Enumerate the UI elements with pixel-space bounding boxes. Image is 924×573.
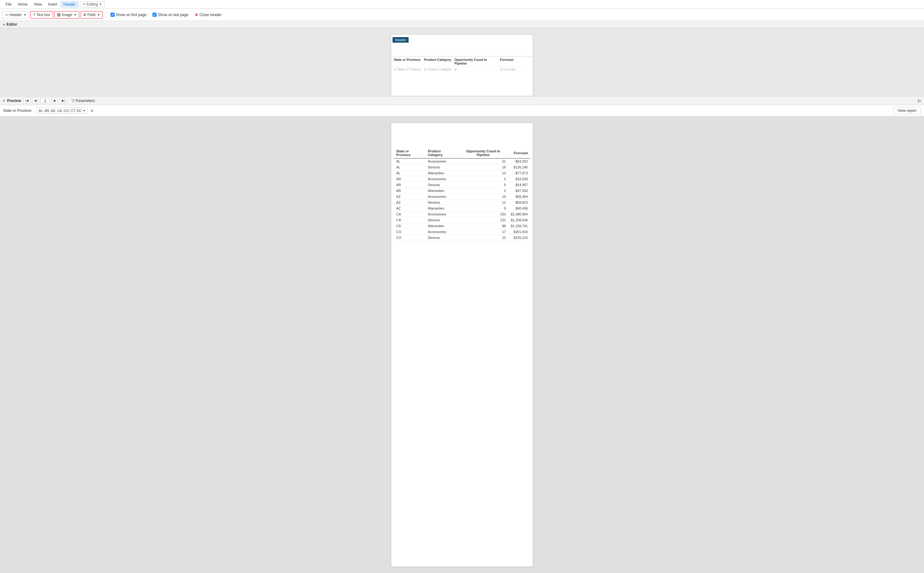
editing-chevron-icon: ▼ xyxy=(99,3,102,6)
cell-forecast: $16,030 xyxy=(508,176,530,182)
field-button[interactable]: ⊞ Field ▼ xyxy=(81,11,103,19)
pencil-icon: ✏ xyxy=(83,2,86,6)
preview-collapse-icon[interactable]: ▾ xyxy=(3,99,5,102)
toolbar-divider xyxy=(105,11,106,19)
cell-state: AZ xyxy=(394,200,425,205)
cell-count: 12 xyxy=(458,235,508,241)
cell-state: AL xyxy=(394,158,425,164)
cell-count: 13 xyxy=(458,170,508,176)
cell-state: AR xyxy=(394,176,425,182)
image-icon: 🖼 xyxy=(57,13,61,17)
cell-state: AZ xyxy=(394,205,425,211)
cell-category: Devices xyxy=(425,235,458,241)
table-wrapper: State or Province Product Category Oppor… xyxy=(391,148,533,241)
header-btn-label: Header xyxy=(9,13,22,17)
show-on-last-page-check[interactable]: Show on last page xyxy=(150,11,191,18)
cell-forecast: $63,342 xyxy=(508,158,530,164)
image-chevron-icon: ▼ xyxy=(74,13,76,16)
table-row: CA Devices 131 $1,258,634 xyxy=(394,217,530,223)
field-chevron-icon: ▼ xyxy=(97,13,100,16)
preview-page: State or Province Product Category Oppor… xyxy=(391,123,533,567)
report-columns-header: State or Province Product Category Oppor… xyxy=(391,56,533,66)
param-state-label: State or Province xyxy=(3,108,31,113)
image-btn-label: Image xyxy=(62,13,72,17)
table-row: AZ Accessories 15 $58,364 xyxy=(394,194,530,200)
parameters-button[interactable]: ▽ Parameters xyxy=(69,98,97,103)
header-chevron-icon: ▼ xyxy=(23,13,26,16)
cell-state: CA xyxy=(394,211,425,217)
cell-forecast: $37,550 xyxy=(508,188,530,194)
cell-category: Warranties xyxy=(425,223,458,229)
menu-insert[interactable]: Insert xyxy=(45,1,60,8)
cell-count: 2 xyxy=(458,176,508,182)
toolbar: ▭ Header ▼ T Text box 🖼 Image ▼ ⊞ Field … xyxy=(0,9,924,21)
table-row: AR Devices 5 $14,907 xyxy=(394,182,530,188)
show-last-label: Show on last page xyxy=(158,13,188,17)
col-opportunity: Opportunity Count In Pipeline xyxy=(454,58,499,65)
cell-forecast: $1,258,634 xyxy=(508,217,530,223)
menu-header[interactable]: Header xyxy=(60,1,78,8)
cell-forecast: $90,456 xyxy=(508,205,530,211)
preview-top-space xyxy=(391,123,533,148)
table-row: AZ Warranties 9 $90,456 xyxy=(394,205,530,211)
field-icon: ⊞ xyxy=(83,13,86,17)
preview-side-arrow-icon[interactable]: ▷ xyxy=(918,99,921,103)
cell-state: CA xyxy=(394,217,425,223)
nav-next-btn[interactable]: ▶ xyxy=(52,98,58,103)
close-header-button[interactable]: ✕ Close header xyxy=(192,11,224,19)
editor-collapse-icon[interactable]: ▾ xyxy=(3,23,5,26)
editor-area: Header State or Province Product Categor… xyxy=(0,28,924,96)
table-row: AL Accessories 21 $63,342 xyxy=(394,158,530,164)
col-forecast: Forecast xyxy=(500,58,530,65)
cell-count: 12 xyxy=(458,200,508,205)
image-button[interactable]: 🖼 Image ▼ xyxy=(55,11,80,19)
cell-forecast: $58,364 xyxy=(508,194,530,200)
col-product: Product Category xyxy=(424,58,454,65)
show-first-checkbox[interactable] xyxy=(111,13,115,17)
nav-last-btn[interactable]: ▶| xyxy=(60,98,67,103)
field-icon-state: ⊞ xyxy=(394,68,396,71)
nav-prev-btn[interactable]: ◀ xyxy=(33,98,38,103)
table-row: AZ Devices 12 $58,815 xyxy=(394,200,530,205)
nav-first-btn[interactable]: |◀ xyxy=(23,98,30,103)
menu-view[interactable]: View xyxy=(31,1,45,8)
cell-forecast: $155,123 xyxy=(508,235,530,241)
param-state-select[interactable]: AL, AR, AZ, CA, CO, CT, DC ▼ xyxy=(36,108,88,114)
cell-count: 5 xyxy=(458,182,508,188)
show-on-first-page-check[interactable]: Show on first page xyxy=(108,11,149,18)
cell-category: Accessories xyxy=(425,229,458,235)
report-header-area: Header xyxy=(391,34,533,56)
cell-category: Accessories xyxy=(425,176,458,182)
cell-state: AR xyxy=(394,182,425,188)
cell-count: 88 xyxy=(458,223,508,229)
report-data-row: ⊞ State or Province ⊞ Product Category ⊞… xyxy=(391,66,533,72)
report-body-area xyxy=(391,72,533,91)
view-report-button[interactable]: View report xyxy=(893,107,921,114)
table-row: CO Accessories 17 $201,016 xyxy=(394,229,530,235)
cell-count: 153 xyxy=(458,211,508,217)
textbox-button[interactable]: T Text box xyxy=(30,11,53,19)
cell-count: 131 xyxy=(458,217,508,223)
cell-forecast: $14,907 xyxy=(508,182,530,188)
menu-file[interactable]: File xyxy=(3,1,14,8)
cell-forecast: $58,815 xyxy=(508,200,530,205)
cell-forecast-label: Forecast xyxy=(503,68,515,71)
cell-count: 2 xyxy=(458,188,508,194)
data-cell-product: ⊞ Product Category xyxy=(424,68,454,71)
header-button[interactable]: ▭ Header ▼ xyxy=(3,11,29,19)
cell-state: CO xyxy=(394,229,425,235)
data-cell-forecast: ⊞ Forecast xyxy=(500,68,530,71)
cell-forecast: $77,673 xyxy=(508,170,530,176)
close-icon: ✕ xyxy=(195,13,198,17)
menu-bar: File Home View Insert Header ✏ Editing ▼ xyxy=(0,0,924,9)
cell-state: AL xyxy=(394,170,425,176)
editing-mode-btn[interactable]: ✏ Editing ▼ xyxy=(80,1,105,8)
textbox-icon: T xyxy=(33,13,35,17)
show-last-checkbox[interactable] xyxy=(153,13,156,17)
menu-home[interactable]: Home xyxy=(14,1,31,8)
param-clear-btn[interactable]: ✕ xyxy=(90,108,94,113)
cell-count: 15 xyxy=(458,194,508,200)
header-tab[interactable]: Header xyxy=(393,37,409,43)
page-number-input[interactable] xyxy=(41,98,50,103)
data-cell-state: ⊞ State or Province xyxy=(394,68,424,71)
